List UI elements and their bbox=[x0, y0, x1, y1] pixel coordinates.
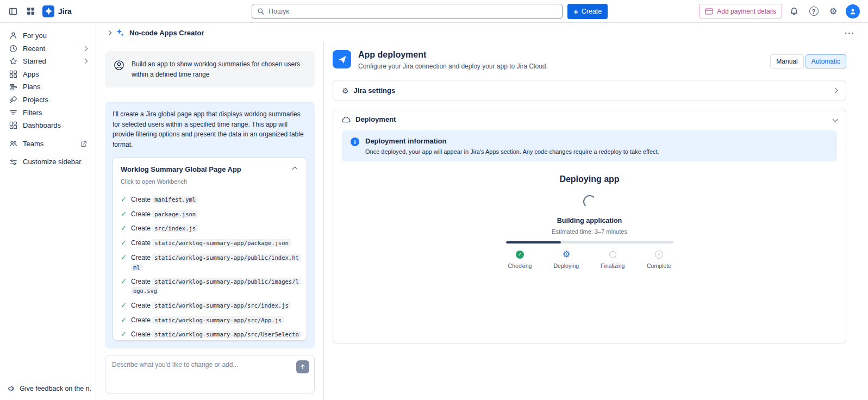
chat-input-box[interactable] bbox=[105, 355, 315, 393]
sidebar-item-label: Dashboards bbox=[23, 121, 61, 130]
task-file: package.json bbox=[152, 210, 198, 218]
create-button-label: Create bbox=[582, 8, 602, 15]
task-action: Create bbox=[131, 302, 151, 309]
chat-input-field[interactable] bbox=[112, 361, 290, 386]
deploy-status: Deploying app Building application Estim… bbox=[342, 161, 837, 274]
task-row: ✓Create static/worklog-summary-app/publi… bbox=[121, 277, 299, 296]
task-row: ✓Create static/worklog-summary-app/src/U… bbox=[121, 330, 299, 340]
sidebar-item-dashboards[interactable]: Dashboards bbox=[4, 119, 91, 132]
jira-logo[interactable]: Jira bbox=[42, 5, 72, 17]
deploy-stage-label: Building application bbox=[557, 217, 622, 224]
app-switcher-icon[interactable] bbox=[23, 4, 38, 19]
jira-settings-header[interactable]: ⚙ Jira settings bbox=[333, 80, 846, 101]
mode-automatic-button[interactable]: Automatic bbox=[805, 54, 846, 68]
task-action: Create bbox=[131, 330, 151, 338]
assistant-message-block: I'll create a Jira global page app that … bbox=[105, 102, 315, 348]
task-action: Create bbox=[131, 196, 151, 203]
chevron-down-icon[interactable] bbox=[833, 117, 838, 122]
task-row: ✓Create static/worklog-summary-app/src/i… bbox=[121, 301, 299, 311]
creator-title: No-code Apps Creator bbox=[129, 29, 204, 37]
task-file: static/worklog-summary-app/src/UserSelec… bbox=[131, 330, 301, 340]
sidebar-item-projects[interactable]: Projects bbox=[4, 93, 91, 107]
deployment-panel: App deployment Configure your Jira conne… bbox=[324, 42, 868, 400]
check-icon: ✓ bbox=[121, 223, 127, 234]
person-icon bbox=[9, 32, 17, 40]
create-button[interactable]: + Create bbox=[567, 4, 608, 19]
check-icon: ✓ bbox=[121, 209, 127, 220]
workbench-card[interactable]: Worklog Summary Global Page App Click to… bbox=[113, 157, 307, 341]
sidebar-item-plans[interactable]: Plans bbox=[4, 80, 91, 93]
sidebar-bottom: Give feedback on the n... bbox=[4, 383, 91, 395]
task-file: manifest.yml bbox=[152, 196, 198, 203]
sliders-icon bbox=[9, 158, 17, 166]
plans-timeline-icon bbox=[9, 83, 17, 91]
search-icon bbox=[257, 8, 265, 15]
sidebar-item-teams[interactable]: Teams bbox=[4, 138, 91, 151]
deployment-section-body: i Deployment information Once deployed, … bbox=[333, 129, 846, 283]
step-complete: ✓ Complete bbox=[641, 250, 677, 269]
add-payment-button[interactable]: Add payment details bbox=[699, 4, 782, 18]
sidebar-toggle-icon[interactable] bbox=[5, 4, 21, 19]
step-label: Complete bbox=[647, 262, 671, 269]
give-feedback-link[interactable]: Give feedback on the n... bbox=[4, 383, 91, 395]
help-icon[interactable]: ? bbox=[806, 4, 821, 19]
deploy-status-heading: Deploying app bbox=[559, 174, 619, 184]
sidebar-item-for-you[interactable]: For you bbox=[4, 29, 91, 42]
topbar-left: Jira bbox=[5, 4, 72, 19]
info-title: Deployment information bbox=[365, 137, 659, 145]
app-body: For you Recent Starred Apps Pl bbox=[0, 23, 868, 400]
jira-logo-icon bbox=[42, 5, 54, 17]
credit-card-icon bbox=[705, 8, 713, 15]
deployment-subtitle: Configure your Jira connection and deplo… bbox=[358, 62, 548, 70]
notifications-bell-icon[interactable] bbox=[786, 4, 802, 19]
loading-spinner-icon bbox=[583, 195, 596, 208]
avatar-icon bbox=[846, 4, 860, 18]
settings-gear-icon[interactable]: ⚙ bbox=[826, 4, 841, 19]
star-icon bbox=[9, 57, 17, 65]
topbar-center: + Create bbox=[252, 4, 608, 19]
more-options-icon[interactable]: ⋯ bbox=[844, 28, 855, 38]
sidebar: For you Recent Starred Apps Pl bbox=[0, 23, 96, 400]
task-action: Create bbox=[131, 239, 151, 247]
step-pending-circle-icon bbox=[609, 251, 616, 258]
step-pending-check-icon: ✓ bbox=[655, 251, 663, 259]
sparkle-icon bbox=[116, 28, 124, 37]
user-avatar[interactable] bbox=[845, 4, 860, 19]
task-list: ✓Create manifest.yml ✓Create package.jso… bbox=[113, 192, 307, 340]
step-label: Deploying bbox=[553, 262, 579, 269]
sidebar-item-label: Plans bbox=[23, 83, 41, 91]
external-link-icon bbox=[80, 141, 87, 147]
task-action: Create bbox=[131, 224, 151, 232]
expand-chevron-icon[interactable] bbox=[107, 30, 112, 35]
task-row: ✓Create src/index.js bbox=[121, 224, 299, 234]
sidebar-item-filters[interactable]: Filters bbox=[4, 107, 91, 120]
progress-bar bbox=[506, 241, 673, 243]
sidebar-item-customize[interactable]: Customize sidebar bbox=[4, 155, 91, 168]
check-icon: ✓ bbox=[121, 301, 127, 311]
collapse-chevron-icon[interactable] bbox=[292, 166, 298, 172]
sidebar-item-recent[interactable]: Recent bbox=[4, 42, 91, 55]
mode-manual-button[interactable]: Manual bbox=[770, 54, 803, 68]
task-file: static/worklog-summary-app/public/index.… bbox=[131, 254, 301, 271]
task-row: ✓Create static/worklog-summary-app/publi… bbox=[121, 253, 299, 272]
search-input[interactable] bbox=[268, 8, 557, 15]
task-row: ✓Create static/worklog-summary-app/src/A… bbox=[121, 316, 299, 326]
task-file: static/worklog-summary-app/src/index.js bbox=[152, 302, 291, 309]
deployment-section: Deployment i Deployment information Once… bbox=[333, 109, 846, 343]
search-box[interactable] bbox=[252, 4, 563, 19]
sidebar-item-starred[interactable]: Starred bbox=[4, 55, 91, 68]
main-content: Build an app to show worklog summaries f… bbox=[96, 42, 868, 400]
check-icon: ✓ bbox=[121, 253, 127, 263]
cloud-icon bbox=[342, 116, 351, 123]
send-button[interactable] bbox=[296, 360, 309, 373]
step-checking: ✓ Checking bbox=[502, 250, 538, 269]
step-label: Checking bbox=[508, 262, 532, 269]
deploy-steps: ✓ Checking ⚙ Deploying Finalizing bbox=[502, 250, 677, 269]
workbench-card-header[interactable]: Worklog Summary Global Page App Click to… bbox=[113, 158, 307, 192]
creator-chat-panel: Build an app to show worklog summaries f… bbox=[96, 42, 324, 400]
deployment-section-title: Deployment bbox=[355, 115, 396, 123]
chevron-right-icon[interactable] bbox=[833, 88, 838, 93]
deployment-section-header[interactable]: Deployment bbox=[333, 109, 846, 129]
sidebar-item-apps[interactable]: Apps bbox=[4, 68, 91, 81]
deployment-info-banner: i Deployment information Once deployed, … bbox=[342, 130, 837, 161]
